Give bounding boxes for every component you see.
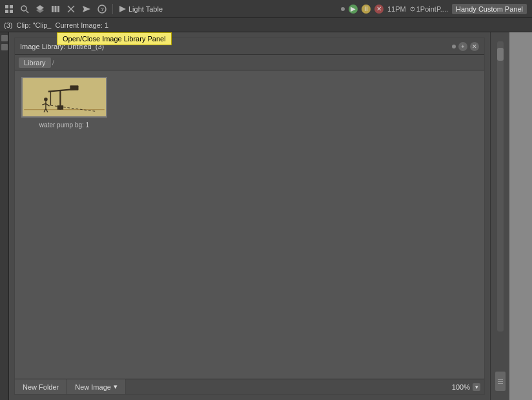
- image-item[interactable]: water pump bg: 1: [21, 77, 107, 129]
- subbar: (3) Clip: "Clip_ Current Image: 1 Open/C…: [0, 18, 532, 32]
- breadcrumb-library[interactable]: Library: [19, 58, 51, 68]
- status-dot: [341, 7, 345, 11]
- help-icon[interactable]: ?: [96, 3, 108, 16]
- current-image-label: Current Image: 1: [56, 21, 109, 29]
- library-dot: [452, 45, 456, 48]
- svg-rect-2: [5, 10, 8, 13]
- svg-rect-19: [24, 78, 105, 116]
- library-footer: New Folder New Image ▾ 100% ▾: [15, 379, 484, 394]
- image-thumbnail[interactable]: [21, 77, 107, 118]
- library-icon[interactable]: [49, 3, 62, 16]
- image-label: water pump bg: 1: [39, 121, 89, 129]
- svg-marker-13: [83, 6, 90, 12]
- svg-rect-9: [55, 6, 57, 12]
- svg-point-27: [44, 98, 48, 101]
- zoom-control: 100% ▾: [452, 383, 484, 391]
- zoom-arrow-button[interactable]: ▾: [473, 383, 480, 391]
- svg-point-4: [21, 6, 26, 11]
- scrollbar-thumb[interactable]: [497, 48, 504, 61]
- right-sidebar: [490, 32, 509, 400]
- stop-button[interactable]: ✕: [374, 5, 384, 14]
- right-scrollbar[interactable]: [497, 41, 504, 332]
- svg-rect-25: [57, 105, 63, 110]
- svg-rect-10: [57, 6, 59, 12]
- panel-handle[interactable]: [495, 372, 506, 391]
- preset-selector[interactable]: 1PointP....: [410, 5, 448, 13]
- preset-label: 1PointP....: [416, 5, 448, 13]
- main-toolbar: ? Light Table ▶ ⏸ ✕ 11PM 1PointP.... Han…: [0, 0, 532, 18]
- image-library-panel: Image Library: Untitled_(3) + ✕ Library …: [14, 37, 485, 395]
- clip-index: (3): [4, 21, 12, 29]
- mode-icon: [119, 6, 126, 12]
- library-add-button[interactable]: +: [458, 42, 467, 51]
- main-area: Image Library: Untitled_(3) + ✕ Library …: [0, 32, 532, 400]
- layers-icon[interactable]: [34, 3, 46, 16]
- library-content: water pump bg: 1: [15, 70, 484, 379]
- play-button[interactable]: ▶: [349, 5, 358, 14]
- zoom-value: 100%: [452, 383, 470, 391]
- water-pump-svg: [23, 78, 106, 116]
- preset-icon: [410, 6, 415, 12]
- new-folder-button[interactable]: New Folder: [15, 379, 67, 394]
- svg-rect-1: [10, 5, 13, 8]
- breadcrumb-separator: /: [52, 59, 54, 67]
- handle-line-2: [498, 381, 503, 382]
- svg-rect-23: [70, 85, 78, 90]
- svg-text:?: ?: [101, 6, 104, 12]
- cut-icon[interactable]: [65, 3, 77, 16]
- new-image-arrow[interactable]: ▾: [114, 383, 118, 391]
- svg-rect-0: [5, 5, 8, 8]
- svg-line-5: [26, 10, 29, 13]
- sidebar-mini-1: [1, 35, 8, 41]
- mode-label: Light Table: [128, 5, 163, 13]
- handle-line-1: [498, 379, 503, 380]
- far-right-panel: [509, 32, 532, 400]
- new-image-label: New Image: [75, 383, 111, 391]
- send-icon[interactable]: [80, 3, 93, 16]
- search-icon[interactable]: [18, 3, 31, 16]
- left-sidebar: [0, 32, 9, 400]
- grid-icon[interactable]: [3, 3, 15, 16]
- toolbar-right: ▶ ⏸ ✕ 11PM 1PointP.... Handy Custom Pane…: [341, 4, 529, 14]
- toolbar-time: 11PM: [387, 5, 406, 13]
- library-close-button[interactable]: ✕: [470, 42, 479, 51]
- clip-name: Clip: "Clip_: [16, 21, 51, 29]
- tooltip-open-library: Open/Close Image Library Panel: [57, 32, 172, 45]
- sidebar-mini-2: [1, 44, 8, 50]
- breadcrumb-bar: Library /: [15, 55, 484, 70]
- mode-selector: Light Table: [119, 5, 163, 13]
- svg-rect-3: [10, 10, 13, 13]
- handle-line-3: [498, 383, 503, 384]
- custom-panel-label: Handy Custom Panel: [452, 4, 527, 14]
- svg-rect-8: [52, 6, 54, 12]
- svg-marker-16: [119, 6, 126, 12]
- library-header-icons: + ✕: [452, 42, 479, 51]
- new-image-button[interactable]: New Image ▾: [67, 379, 126, 394]
- pause-button[interactable]: ⏸: [362, 5, 371, 14]
- toolbar-separator: [112, 4, 113, 14]
